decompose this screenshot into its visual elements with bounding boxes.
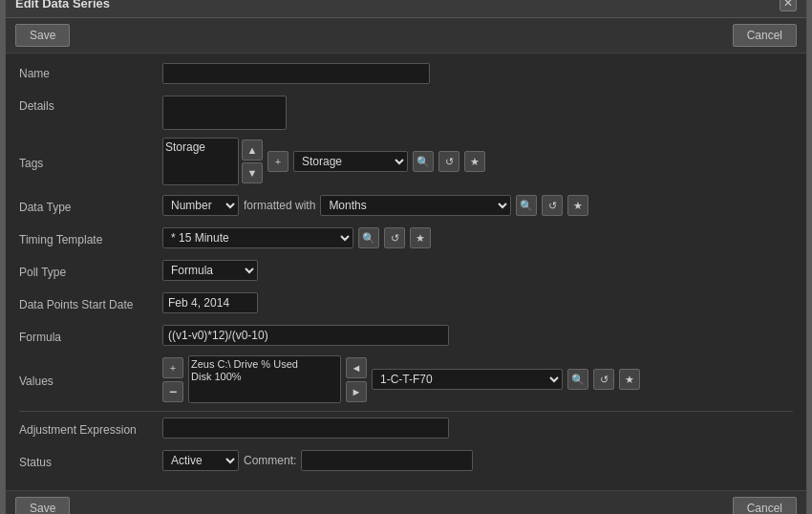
timing-template-label: Timing Template [19,229,162,246]
values-listbox[interactable]: Zeus C:\ Drive % Used Disk 100% [188,355,341,403]
format-select[interactable]: Months Days Hours [320,195,511,216]
values-add-remove: + − [162,357,183,402]
edit-data-series-dialog: Edit Data Series ✕ Save Cancel Name Deta… [5,0,807,514]
values-left-button[interactable]: ◄ [346,357,367,378]
values-right-button[interactable]: ► [346,381,367,402]
dialog-body: Name Details Tags Storage ▲ [6,54,806,490]
values-row: Values + − Zeus C:\ Drive % Used Disk 10… [19,355,793,403]
status-row: Status Active Inactive Comment: [19,448,793,473]
adj-expression-input[interactable] [162,418,449,439]
tags-listbox[interactable]: Storage [162,138,239,185]
close-button[interactable]: ✕ [780,0,797,11]
poll-type-select[interactable]: Formula Collected Synthetic [162,260,258,281]
name-control [162,63,793,84]
dialog-title-bar: Edit Data Series ✕ [6,0,806,18]
tags-up-button[interactable]: ▲ [242,139,263,161]
adj-expression-row: Adjustment Expression [19,416,793,440]
poll-type-label: Poll Type [19,262,162,279]
tags-refresh-button[interactable]: ↺ [438,151,459,172]
status-select[interactable]: Active Inactive [162,450,239,471]
name-input[interactable] [162,63,430,84]
tags-listbox-group: Storage ▲ ▼ [162,138,263,185]
name-label: Name [19,63,162,80]
timing-star-button[interactable]: ★ [410,227,431,248]
bottom-toolbar: Save Cancel [6,490,806,514]
tags-updown: ▲ ▼ [242,139,263,183]
formula-label: Formula [19,327,162,344]
adj-expression-label: Adjustment Expression [19,419,162,437]
save-button-bottom[interactable]: Save [15,497,70,514]
tags-control: Storage ▲ ▼ + Storage 🔍 ↺ ★ [162,138,793,185]
details-row: Details [19,96,793,130]
details-textarea[interactable] [162,96,287,130]
tags-add-button[interactable]: + [267,151,288,172]
adj-expression-control [162,418,793,439]
tags-star-button[interactable]: ★ [464,151,485,172]
name-row: Name [19,63,793,88]
poll-type-row: Poll Type Formula Collected Synthetic [19,258,793,283]
values-left-right: ◄ ► [346,357,367,402]
data-type-row: Data Type Number String formatted with M… [19,193,793,218]
timing-refresh-button[interactable]: ↺ [384,227,405,248]
formula-control [162,325,793,346]
comment-input[interactable] [301,450,473,471]
dialog-title: Edit Data Series [15,0,110,11]
tags-label: Tags [19,153,162,170]
data-type-refresh-button[interactable]: ↺ [542,195,563,216]
values-star-button[interactable]: ★ [619,369,640,390]
timing-template-row: Timing Template * 15 Minute * 30 Minute … [19,225,793,250]
values-refresh-button[interactable]: ↺ [593,369,614,390]
cancel-button-bottom[interactable]: Cancel [733,497,797,514]
tags-select[interactable]: Storage [293,151,408,172]
formula-input[interactable] [162,325,449,346]
status-label: Status [19,452,162,469]
data-points-label: Data Points Start Date [19,294,162,311]
tags-search-button[interactable]: 🔍 [413,151,434,172]
tags-down-button[interactable]: ▼ [242,162,263,183]
timing-select[interactable]: * 15 Minute * 30 Minute * 1 Hour [162,227,353,248]
details-control [162,96,793,130]
comment-label: Comment: [244,454,296,467]
timing-template-control: * 15 Minute * 30 Minute * 1 Hour 🔍 ↺ ★ [162,227,793,248]
poll-type-control: Formula Collected Synthetic [162,260,793,281]
tags-row: Tags Storage ▲ ▼ + Storage 🔍 ↺ ★ [19,138,793,185]
save-button-top[interactable]: Save [15,24,70,47]
formula-row: Formula [19,323,793,348]
data-type-search-button[interactable]: 🔍 [516,195,537,216]
data-points-input[interactable] [162,292,258,313]
values-label: Values [19,371,162,388]
data-type-label: Data Type [19,197,162,214]
data-points-control [162,292,793,313]
values-add-button[interactable]: + [162,357,183,378]
data-points-row: Data Points Start Date [19,290,793,315]
values-select[interactable]: 1-C-T-F70 [372,369,563,390]
values-search-button[interactable]: 🔍 [567,369,588,390]
timing-search-button[interactable]: 🔍 [358,227,379,248]
values-control: + − Zeus C:\ Drive % Used Disk 100% ◄ ► … [162,355,793,403]
details-label: Details [19,96,162,113]
data-type-control: Number String formatted with Months Days… [162,195,793,216]
data-type-star-button[interactable]: ★ [567,195,588,216]
top-toolbar: Save Cancel [6,18,806,54]
status-control: Active Inactive Comment: [162,450,793,471]
formatted-with-label: formatted with [244,199,315,212]
cancel-button-top[interactable]: Cancel [733,24,797,47]
data-type-select[interactable]: Number String [162,195,239,216]
values-remove-button[interactable]: − [162,381,183,402]
